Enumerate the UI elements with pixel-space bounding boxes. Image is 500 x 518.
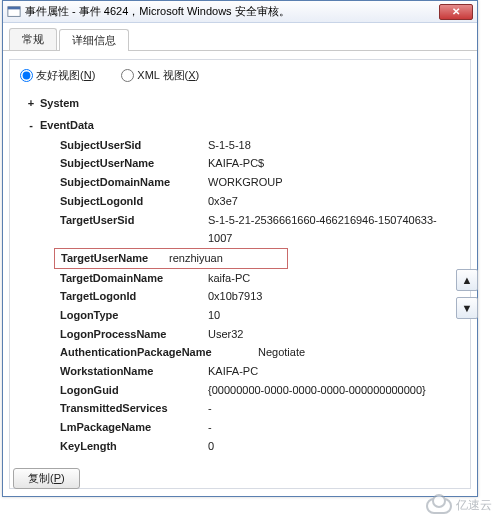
row-lmpackagename: LmPackageName- bbox=[26, 418, 460, 437]
view-mode-radios: 友好视图(N) XML 视图(X) bbox=[20, 68, 460, 83]
tab-strip: 常规 详细信息 bbox=[3, 27, 477, 51]
row-subjectlogonid: SubjectLogonId0x3e7 bbox=[26, 192, 460, 211]
row-logonprocessname: LogonProcessNameUser32 bbox=[26, 325, 460, 344]
next-event-button[interactable]: ▼ bbox=[456, 297, 478, 319]
tree-eventdata-node[interactable]: -EventData bbox=[26, 115, 460, 135]
tab-details[interactable]: 详细信息 bbox=[59, 29, 129, 51]
cloud-icon bbox=[426, 498, 452, 514]
tree-system-node[interactable]: +System bbox=[26, 93, 460, 113]
row-subjectdomainname: SubjectDomainNameWORKGROUP bbox=[26, 173, 460, 192]
radio-xml-input[interactable] bbox=[121, 69, 134, 82]
row-authpkgname: AuthenticationPackageNameNegotiate bbox=[26, 343, 460, 362]
row-subjectusersid: SubjectUserSidS-1-5-18 bbox=[26, 136, 460, 155]
titlebar: 事件属性 - 事件 4624，Microsoft Windows 安全审核。 ✕ bbox=[3, 1, 477, 23]
watermark: 亿速云 bbox=[426, 497, 492, 514]
highlight-targetusername: TargetUserNamerenzhiyuan bbox=[54, 248, 288, 269]
prev-event-button[interactable]: ▲ bbox=[456, 269, 478, 291]
row-workstationname: WorkstationNameKAIFA-PC bbox=[26, 362, 460, 381]
row-targetdomainname: TargetDomainNamekaifa-PC bbox=[26, 269, 460, 288]
collapse-icon[interactable]: - bbox=[26, 116, 36, 135]
row-logonguid: LogonGuid{00000000-0000-0000-0000-000000… bbox=[26, 381, 460, 400]
details-inner: 友好视图(N) XML 视图(X) +System -EventData Sub… bbox=[9, 59, 471, 489]
radio-friendly-view[interactable]: 友好视图(N) bbox=[20, 68, 95, 83]
details-pane: 友好视图(N) XML 视图(X) +System -EventData Sub… bbox=[3, 51, 477, 495]
row-transmittedservices: TransmittedServices- bbox=[26, 399, 460, 418]
nav-buttons: ▲ ▼ bbox=[456, 269, 478, 319]
radio-friendly-input[interactable] bbox=[20, 69, 33, 82]
app-icon bbox=[7, 5, 21, 19]
row-targetlogonid: TargetLogonId0x10b7913 bbox=[26, 287, 460, 306]
row-targetusersid: TargetUserSidS-1-5-21-2536661660-4662169… bbox=[26, 211, 460, 248]
arrow-down-icon: ▼ bbox=[462, 302, 473, 314]
event-properties-window: 事件属性 - 事件 4624，Microsoft Windows 安全审核。 ✕… bbox=[2, 0, 478, 497]
row-keylength: KeyLength0 bbox=[26, 437, 460, 453]
tab-general[interactable]: 常规 bbox=[9, 28, 57, 50]
radio-xml-view[interactable]: XML 视图(X) bbox=[121, 68, 199, 83]
event-tree: +System -EventData SubjectUserSidS-1-5-1… bbox=[20, 93, 460, 453]
close-button[interactable]: ✕ bbox=[439, 4, 473, 20]
window-title: 事件属性 - 事件 4624，Microsoft Windows 安全审核。 bbox=[25, 4, 439, 19]
copy-button[interactable]: 复制(P) bbox=[13, 468, 80, 489]
arrow-up-icon: ▲ bbox=[462, 274, 473, 286]
radio-xml-label: XML 视图(X) bbox=[137, 68, 199, 83]
row-subjectusername: SubjectUserNameKAIFA-PC$ bbox=[26, 154, 460, 173]
watermark-text: 亿速云 bbox=[456, 497, 492, 514]
svg-rect-1 bbox=[8, 6, 20, 9]
footer: 复制(P) bbox=[13, 468, 80, 489]
expand-icon[interactable]: + bbox=[26, 94, 36, 113]
row-logontype: LogonType10 bbox=[26, 306, 460, 325]
radio-friendly-label: 友好视图(N) bbox=[36, 68, 95, 83]
